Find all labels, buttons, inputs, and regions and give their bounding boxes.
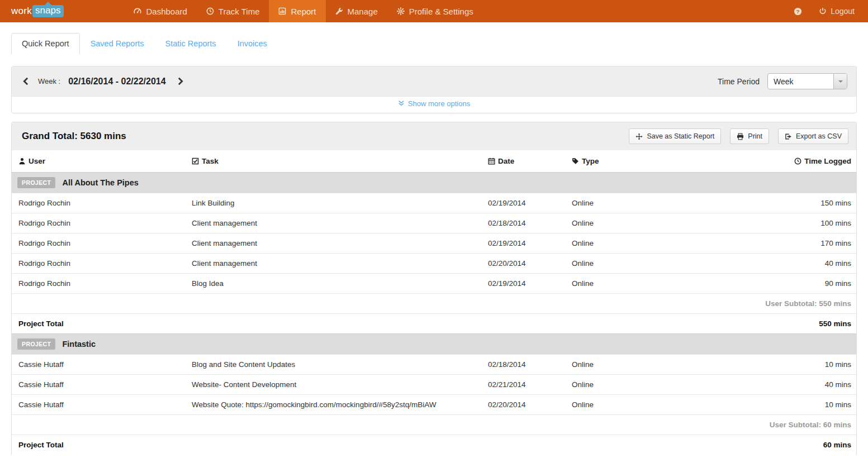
nav-item-label: Manage bbox=[348, 7, 378, 16]
project-total-label: Project Total bbox=[12, 435, 185, 455]
cell-type: Online bbox=[565, 375, 677, 395]
nav-item-label: Profile & Settings bbox=[409, 7, 473, 16]
cell-user: Rodrigo Rochin bbox=[12, 233, 185, 254]
nav-item-track-time[interactable]: Track Time bbox=[197, 0, 269, 22]
export-csv-button[interactable]: Export as CSV bbox=[778, 128, 848, 144]
cell-date: 02/18/2014 bbox=[481, 213, 565, 233]
nav-item-profile-settings[interactable]: Profile & Settings bbox=[387, 0, 483, 22]
nav-item-label: Dashboard bbox=[146, 7, 187, 16]
column-label: Task bbox=[202, 157, 219, 165]
tab-invoices[interactable]: Invoices bbox=[227, 33, 278, 54]
week-range: 02/16/2014 - 02/22/2014 bbox=[68, 77, 165, 87]
user-subtotal: User Subtotal: 550 mins bbox=[12, 294, 856, 314]
cell-user: Rodrigo Rochin bbox=[12, 254, 185, 274]
column-header-type: Type bbox=[565, 150, 677, 173]
tab-quick-report[interactable]: Quick Report bbox=[11, 33, 80, 54]
user-icon bbox=[18, 157, 26, 165]
cell-user: Rodrigo Rochin bbox=[12, 213, 185, 233]
help-icon[interactable]: ? bbox=[794, 7, 802, 16]
nav-item-manage[interactable]: Manage bbox=[326, 0, 387, 22]
show-more-options-link[interactable]: Show more options bbox=[398, 99, 470, 108]
cell-user: Cassie Hutaff bbox=[12, 355, 185, 375]
cell-date: 02/19/2014 bbox=[481, 193, 565, 213]
cell-date: 02/18/2014 bbox=[481, 355, 565, 375]
cell-time: 100 mins bbox=[677, 213, 856, 233]
app-logo[interactable]: work snaps bbox=[4, 0, 70, 22]
cell-time: 170 mins bbox=[677, 233, 856, 254]
column-label: User bbox=[29, 157, 45, 165]
project-total-label: Project Total bbox=[12, 314, 185, 334]
task-icon bbox=[192, 157, 199, 165]
svg-text:?: ? bbox=[796, 8, 800, 14]
save-static-label: Save as Static Report bbox=[647, 132, 714, 140]
cell-type: Online bbox=[565, 213, 677, 233]
period-panel: Week : 02/16/2014 - 02/22/2014 Time Peri… bbox=[11, 66, 857, 113]
tab-saved-reports[interactable]: Saved Reports bbox=[80, 33, 155, 54]
cell-date: 02/19/2014 bbox=[481, 274, 565, 294]
table-row: Rodrigo RochinBlog Idea02/19/2014Online9… bbox=[12, 274, 856, 294]
project-badge: PROJECT bbox=[17, 338, 55, 350]
cell-time: 10 mins bbox=[677, 395, 856, 415]
cell-time: 40 mins bbox=[677, 254, 856, 274]
nav-item-label: Report bbox=[291, 7, 316, 16]
cell-type: Online bbox=[565, 193, 677, 213]
show-more-row: Show more options bbox=[12, 96, 856, 113]
nav-item-dashboard[interactable]: Dashboard bbox=[124, 0, 196, 22]
report-actions: Save as Static Report Print Export as CS… bbox=[629, 128, 848, 144]
next-week-button[interactable] bbox=[175, 76, 186, 87]
nav-item-report[interactable]: Report bbox=[269, 0, 325, 22]
grand-total: Grand Total: 5630 mins bbox=[20, 131, 126, 142]
table-row: Rodrigo RochinClient management02/19/201… bbox=[12, 233, 856, 254]
week-label: Week : bbox=[38, 77, 60, 85]
project-header-row: PROJECTAll About The Pipes bbox=[12, 173, 856, 193]
cell-task: Blog Idea bbox=[185, 274, 481, 294]
time-period-group: Time Period Week bbox=[718, 73, 847, 89]
export-csv-label: Export as CSV bbox=[796, 132, 842, 140]
column-header-time-logged: Time Logged bbox=[677, 150, 856, 173]
clock-icon bbox=[206, 7, 214, 15]
dashboard-icon bbox=[134, 7, 141, 15]
cell-type: Online bbox=[565, 274, 677, 294]
cell-task: Client management bbox=[185, 233, 481, 254]
project-total-spacer bbox=[185, 314, 677, 334]
wrench-icon bbox=[335, 7, 343, 15]
user-subtotal-row: User Subtotal: 550 mins bbox=[12, 294, 856, 314]
bar-chart-icon bbox=[278, 7, 286, 15]
chevron-down-icon bbox=[833, 74, 847, 89]
cell-type: Online bbox=[565, 254, 677, 274]
time-period-select[interactable]: Week bbox=[767, 73, 847, 89]
tab-static-reports[interactable]: Static Reports bbox=[155, 33, 227, 54]
save-static-report-button[interactable]: Save as Static Report bbox=[629, 128, 721, 144]
static-report-icon bbox=[635, 133, 643, 140]
project-name: Fintastic bbox=[62, 340, 96, 349]
cell-date: 02/21/2014 bbox=[481, 375, 565, 395]
cell-time: 10 mins bbox=[677, 355, 856, 375]
top-navbar: work snaps DashboardTrack TimeReportMana… bbox=[0, 0, 868, 22]
report-panel: Grand Total: 5630 mins Save as Static Re… bbox=[11, 122, 857, 455]
cell-user: Cassie Hutaff bbox=[12, 395, 185, 415]
show-more-label: Show more options bbox=[408, 99, 470, 108]
project-name: All About The Pipes bbox=[62, 178, 138, 187]
logout-button[interactable]: Logout bbox=[819, 7, 855, 16]
cell-time: 40 mins bbox=[677, 375, 856, 395]
nav-item-label: Track Time bbox=[219, 7, 260, 16]
cell-task: Link Building bbox=[185, 193, 481, 213]
column-header-user: User bbox=[12, 150, 185, 173]
table-row: Rodrigo RochinClient management02/18/201… bbox=[12, 213, 856, 233]
cell-date: 02/19/2014 bbox=[481, 233, 565, 254]
clock-icon bbox=[794, 157, 801, 165]
previous-week-button[interactable] bbox=[21, 76, 31, 87]
export-icon bbox=[785, 133, 792, 140]
column-header-task: Task bbox=[185, 150, 481, 173]
cell-task: Blog and Site Content Updates bbox=[185, 355, 481, 375]
cell-user: Rodrigo Rochin bbox=[12, 274, 185, 294]
project-header-row: PROJECTFintastic bbox=[12, 334, 856, 355]
cell-type: Online bbox=[565, 355, 677, 375]
user-subtotal: User Subtotal: 60 mins bbox=[12, 415, 856, 435]
period-bar: Week : 02/16/2014 - 02/22/2014 Time Peri… bbox=[12, 66, 856, 96]
power-icon bbox=[819, 7, 827, 15]
table-row: Cassie HutaffWebsite- Content Developmen… bbox=[12, 375, 856, 395]
table-row: Cassie HutaffWebsite Quote: https://gomo… bbox=[12, 395, 856, 415]
print-button[interactable]: Print bbox=[730, 128, 769, 144]
calendar-icon bbox=[488, 157, 495, 165]
